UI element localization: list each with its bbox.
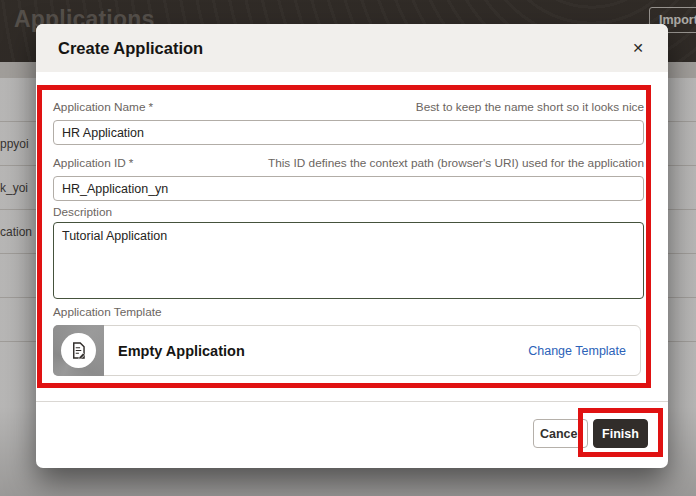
required-marker: * (148, 100, 153, 114)
application-template-label: Application Template (53, 305, 162, 319)
cancel-button[interactable]: Cancel (533, 419, 588, 448)
application-id-label: Application ID* (53, 156, 133, 170)
application-name-label: Application Name* (53, 100, 153, 114)
footer-divider (36, 401, 668, 402)
create-application-dialog: Create Application ✕ Application Name* B… (36, 24, 668, 468)
change-template-link[interactable]: Change Template (528, 344, 626, 358)
template-icon-tile (53, 325, 104, 376)
document-edit-icon (61, 333, 96, 368)
application-id-label-row: Application ID* This ID defines the cont… (53, 156, 644, 170)
application-name-input[interactable] (53, 120, 644, 145)
application-id-hint: This ID defines the context path (browse… (268, 156, 644, 170)
application-id-input[interactable] (53, 176, 644, 201)
dialog-title: Create Application (58, 39, 203, 58)
close-icon[interactable]: ✕ (628, 37, 648, 59)
required-marker: * (129, 156, 134, 170)
description-label: Description (53, 205, 112, 219)
description-textarea[interactable]: Tutorial Application (53, 222, 644, 299)
application-name-hint: Best to keep the name short so it looks … (416, 100, 644, 114)
dialog-header: Create Application ✕ (36, 24, 668, 72)
template-name: Empty Application (118, 343, 245, 359)
application-name-label-row: Application Name* Best to keep the name … (53, 100, 644, 114)
finish-button[interactable]: Finish (593, 419, 648, 448)
template-card: Empty Application Change Template (53, 325, 641, 376)
